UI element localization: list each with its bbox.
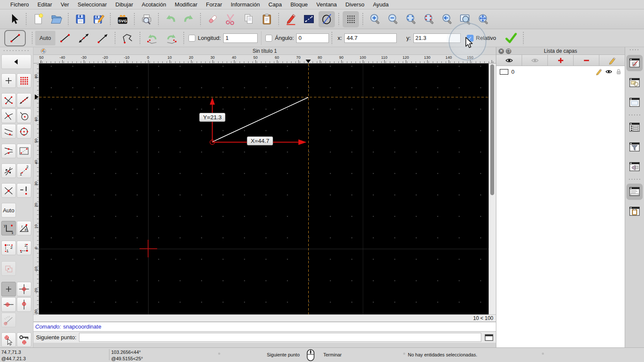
paste-button[interactable] xyxy=(258,11,275,27)
dock-command-line-button[interactable] xyxy=(626,184,643,200)
x-input[interactable] xyxy=(344,33,397,43)
dock-entity-list-button[interactable] xyxy=(626,119,643,136)
snap-on-entity-button[interactable] xyxy=(17,93,31,108)
layer-remove-button[interactable] xyxy=(574,55,599,66)
save-button[interactable] xyxy=(72,11,88,27)
redo-button[interactable] xyxy=(180,11,197,27)
layer-visible-icon[interactable] xyxy=(605,68,613,75)
longitud-input[interactable] xyxy=(223,33,258,43)
y-input[interactable] xyxy=(413,33,461,43)
zoom-redraw-button[interactable] xyxy=(421,11,437,27)
menu-item-ayuda[interactable]: Ayuda xyxy=(369,1,393,8)
zoom-out-button[interactable] xyxy=(385,11,401,27)
open-folder-button[interactable] xyxy=(48,11,64,27)
segment-undo-button[interactable] xyxy=(143,31,162,45)
layer-color-swatch[interactable] xyxy=(500,69,508,75)
snap-intersect-manual-button[interactable] xyxy=(1,183,16,198)
polyline-button[interactable] xyxy=(118,31,137,45)
copy-button[interactable] xyxy=(240,11,257,27)
auto-text-button[interactable]: Auto xyxy=(1,203,16,217)
coord-polar-button[interactable]: ra xyxy=(17,221,31,235)
toolbar-drag-handle[interactable] xyxy=(3,49,30,52)
eye-button[interactable] xyxy=(496,55,522,66)
vertical-scrollbar[interactable] xyxy=(489,63,496,314)
crosshair-h-button[interactable] xyxy=(1,297,16,312)
menu-item-información[interactable]: Información xyxy=(226,1,264,8)
dock-layer-list-button[interactable] xyxy=(626,55,643,71)
snap-grid-button[interactable] xyxy=(17,73,31,88)
snap-intersection-button[interactable] xyxy=(1,109,16,123)
menu-item-dibujar[interactable]: Dibujar xyxy=(111,1,137,8)
new-document-button[interactable] xyxy=(30,11,46,27)
zoom-pan-button[interactable] xyxy=(475,11,491,27)
key-crosshair-button[interactable] xyxy=(17,332,31,347)
corner-1-2-button[interactable]: 12 xyxy=(1,241,16,255)
snap-endpoint-button[interactable] xyxy=(1,93,16,108)
ellipse-slash-button[interactable] xyxy=(319,11,335,27)
angulo-checkbox[interactable] xyxy=(265,35,272,42)
layer-row[interactable]: 0 xyxy=(496,67,625,76)
line-two-points-button[interactable] xyxy=(55,31,74,45)
dock-selection-filter-button[interactable] xyxy=(626,139,643,155)
snap-auto-button[interactable]: Auto xyxy=(35,31,55,45)
menu-item-fichero[interactable]: Fichero xyxy=(6,1,33,8)
snap-center-button[interactable] xyxy=(17,109,31,123)
menu-item-acotación[interactable]: Acotación xyxy=(137,1,170,8)
snap-distance-button[interactable] xyxy=(17,144,31,158)
dock-library-browser-button[interactable] xyxy=(626,94,643,111)
layer-edit-icon[interactable] xyxy=(595,68,603,75)
snap-nearest-button[interactable] xyxy=(1,124,16,139)
zoom-previous-button[interactable] xyxy=(439,11,455,27)
snap-middle-button[interactable] xyxy=(1,144,16,158)
menu-item-forzar[interactable]: Forzar xyxy=(202,1,227,8)
undo-button[interactable] xyxy=(162,11,179,27)
current-tool-line-button[interactable] xyxy=(4,30,26,46)
menu-item-ver[interactable]: Ver xyxy=(56,1,73,8)
snap-quadrant-button[interactable] xyxy=(17,124,31,139)
segment-redo-button[interactable] xyxy=(162,31,181,45)
dock-quick-info-button[interactable] xyxy=(626,159,643,175)
layer-add-button[interactable] xyxy=(548,55,574,66)
eraser-button[interactable] xyxy=(204,11,221,27)
relativo-checkbox[interactable]: ✓ xyxy=(467,35,474,42)
crosshair-v-button[interactable] xyxy=(17,297,31,312)
angle-dial-button[interactable] xyxy=(1,313,16,327)
layer-lock-icon[interactable] xyxy=(615,68,623,75)
menu-item-diverso[interactable]: Diverso xyxy=(341,1,369,8)
pick-coordinate-button[interactable] xyxy=(1,332,16,347)
back-arrow-button[interactable] xyxy=(1,54,31,69)
vertical-scrollbar-thumb[interactable] xyxy=(490,64,494,195)
menu-item-ventana[interactable]: Ventana xyxy=(312,1,341,8)
snap-dist-12-button[interactable]: 12 xyxy=(17,163,31,178)
snap-plus-button[interactable] xyxy=(1,282,16,296)
zoom-auto-button[interactable] xyxy=(403,11,419,27)
command-input[interactable] xyxy=(79,333,481,342)
corner-2-1-button[interactable]: 12 xyxy=(17,241,31,255)
toolbar-drag-handle[interactable] xyxy=(629,49,640,52)
coord-cartesian-button[interactable]: yx xyxy=(1,221,16,235)
line-double-arrow-button[interactable] xyxy=(74,31,93,45)
grid-button[interactable] xyxy=(343,11,359,27)
crosshair-full-button[interactable] xyxy=(17,282,31,296)
line-arrow-button[interactable] xyxy=(93,31,112,45)
svg-export-button[interactable]: SVG xyxy=(114,11,131,27)
cut-button[interactable] xyxy=(222,11,239,27)
layer-edit-button[interactable] xyxy=(599,55,625,66)
horizontal-scrollbar[interactable]: 10 < 100 xyxy=(33,314,496,322)
snap-free-button[interactable] xyxy=(1,73,16,88)
dock-clipboard-dock-button[interactable] xyxy=(626,203,643,220)
save-as-button[interactable] xyxy=(90,11,106,27)
pen-button[interactable] xyxy=(283,11,299,27)
menu-item-seleccionar[interactable]: Seleccionar xyxy=(73,1,111,8)
iso-view-button[interactable] xyxy=(1,261,16,276)
menu-item-modificar[interactable]: Modificar xyxy=(170,1,202,8)
dock-block-list-button[interactable] xyxy=(626,75,643,91)
eye-off-button[interactable] xyxy=(522,55,548,66)
zoom-in-button[interactable] xyxy=(367,11,383,27)
menu-item-capa[interactable]: Capa xyxy=(264,1,286,8)
line-box-button[interactable] xyxy=(301,11,317,27)
angulo-input[interactable] xyxy=(296,33,329,43)
menu-item-bloque[interactable]: Bloque xyxy=(286,1,312,8)
confirm-button[interactable] xyxy=(501,31,520,45)
longitud-checkbox[interactable] xyxy=(188,35,195,42)
